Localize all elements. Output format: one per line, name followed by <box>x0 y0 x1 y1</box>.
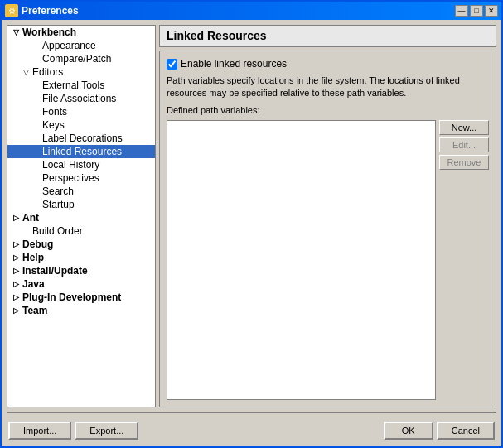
sidebar-item-appearance[interactable]: Appearance <box>7 39 155 52</box>
path-buttons: New... Edit... Remove <box>439 120 489 400</box>
sidebar-item-debug[interactable]: ▷Debug <box>7 238 155 251</box>
sidebar-label-help: Help <box>22 252 44 263</box>
sidebar-item-label-decorations[interactable]: Label Decorations <box>7 132 155 145</box>
sidebar-item-fonts[interactable]: Fonts <box>7 105 155 118</box>
path-variables-list <box>167 120 436 400</box>
spacer-local-history <box>31 160 41 170</box>
ok-button[interactable]: OK <box>384 422 433 440</box>
bottom-left-buttons: Import... Export... <box>8 422 138 440</box>
sidebar-item-keys[interactable]: Keys <box>7 118 155 132</box>
sidebar-item-external-tools[interactable]: External Tools <box>7 79 155 92</box>
sidebar-label-plugin-development: Plug-In Development <box>22 291 121 303</box>
spacer-appearance <box>31 41 41 51</box>
sidebar-item-startup[interactable]: Startup <box>7 198 155 211</box>
minimize-button[interactable]: — <box>455 5 468 17</box>
spacer-label-decorations <box>31 133 41 143</box>
sidebar-item-compare-patch[interactable]: Compare/Patch <box>7 52 155 65</box>
sidebar-label-fonts: Fonts <box>42 106 67 118</box>
preferences-window: ⚙ Preferences — □ ✕ ▽WorkbenchAppearance… <box>0 0 503 448</box>
sidebar-item-linked-resources[interactable]: Linked Resources <box>7 145 155 158</box>
export-button[interactable]: Export... <box>75 422 138 440</box>
sidebar-label-appearance: Appearance <box>42 40 96 51</box>
sidebar-label-external-tools: External Tools <box>42 79 104 91</box>
sidebar-label-file-associations: File Associations <box>42 93 116 104</box>
sidebar-item-install-update[interactable]: ▷Install/Update <box>7 264 155 277</box>
expand-icon-ant: ▷ <box>11 213 21 223</box>
right-panel: Linked Resources Enable linked resources… <box>159 25 496 407</box>
expand-icon-help: ▷ <box>11 253 21 263</box>
sidebar-item-workbench[interactable]: ▽Workbench <box>7 26 155 39</box>
path-content-area: New... Edit... Remove <box>167 120 489 400</box>
spacer-perspectives <box>31 173 41 183</box>
main-content: ▽WorkbenchAppearanceCompare/Patch▽Editor… <box>2 20 501 446</box>
sidebar-item-help[interactable]: ▷Help <box>7 251 155 264</box>
spacer-linked-resources <box>31 147 41 157</box>
expand-icon-plugin-development: ▷ <box>11 292 21 302</box>
edit-button[interactable]: Edit... <box>439 137 489 152</box>
sidebar-label-team: Team <box>22 305 47 316</box>
spacer-fonts <box>31 107 41 117</box>
sidebar-label-local-history: Local History <box>42 159 99 171</box>
expand-icon-workbench: ▽ <box>11 27 21 37</box>
expand-icon-debug: ▷ <box>11 239 21 249</box>
sidebar-label-workbench: Workbench <box>22 26 76 38</box>
sidebar-item-file-associations[interactable]: File Associations <box>7 92 155 105</box>
panel-title: Linked Resources <box>159 25 496 47</box>
new-button[interactable]: New... <box>439 120 489 135</box>
path-variables-label: Defined path variables: <box>167 105 489 115</box>
bottom-right-buttons: OK Cancel <box>384 422 495 440</box>
expand-icon-team: ▷ <box>11 306 21 316</box>
window-title: Preferences <box>22 5 455 17</box>
spacer-build-order <box>21 226 31 236</box>
separator <box>7 412 496 413</box>
expand-icon-editors: ▽ <box>21 67 31 77</box>
sidebar-label-editors: Editors <box>32 66 63 78</box>
sidebar-item-editors[interactable]: ▽Editors <box>7 65 155 79</box>
sidebar-label-compare-patch: Compare/Patch <box>42 53 111 65</box>
sidebar-label-java: Java <box>22 278 45 290</box>
sidebar-item-perspectives[interactable]: Perspectives <box>7 171 155 185</box>
sidebar-label-keys: Keys <box>42 119 65 131</box>
expand-icon-install-update: ▷ <box>11 266 21 276</box>
spacer-keys <box>31 120 41 130</box>
expand-icon-java: ▷ <box>11 279 21 289</box>
main-area: ▽WorkbenchAppearanceCompare/Patch▽Editor… <box>7 25 496 407</box>
sidebar-label-install-update: Install/Update <box>22 265 88 277</box>
sidebar-tree: ▽WorkbenchAppearanceCompare/Patch▽Editor… <box>7 25 156 407</box>
close-button[interactable]: ✕ <box>485 5 498 17</box>
bottom-bar: Import... Export... OK Cancel <box>7 418 496 441</box>
spacer-startup <box>31 200 41 210</box>
sidebar-item-search[interactable]: Search <box>7 185 155 198</box>
sidebar-label-linked-resources: Linked Resources <box>42 146 122 157</box>
description-text: Path variables specify locations in the … <box>167 75 489 100</box>
sidebar-item-ant[interactable]: ▷Ant <box>7 211 155 224</box>
panel-content: Enable linked resources Path variables s… <box>159 51 496 407</box>
window-icon: ⚙ <box>5 4 18 17</box>
enable-linked-resources-row: Enable linked resources <box>167 58 489 70</box>
import-button[interactable]: Import... <box>8 422 71 440</box>
sidebar-item-build-order[interactable]: Build Order <box>7 224 155 238</box>
sidebar-label-search: Search <box>42 185 74 197</box>
enable-linked-resources-label: Enable linked resources <box>181 58 287 70</box>
sidebar-label-build-order: Build Order <box>32 225 83 237</box>
maximize-button[interactable]: □ <box>470 5 483 17</box>
sidebar-label-startup: Startup <box>42 199 75 210</box>
spacer-file-associations <box>31 94 41 104</box>
titlebar: ⚙ Preferences — □ ✕ <box>2 2 501 20</box>
spacer-compare-patch <box>31 54 41 64</box>
sidebar-label-perspectives: Perspectives <box>42 172 99 184</box>
sidebar-item-java[interactable]: ▷Java <box>7 277 155 291</box>
sidebar-item-plugin-development[interactable]: ▷Plug-In Development <box>7 291 155 304</box>
titlebar-buttons: — □ ✕ <box>455 5 498 17</box>
enable-linked-resources-checkbox[interactable] <box>167 59 177 70</box>
sidebar-label-ant: Ant <box>22 212 39 224</box>
cancel-button[interactable]: Cancel <box>437 422 495 440</box>
sidebar-label-debug: Debug <box>22 238 53 250</box>
spacer-external-tools <box>31 80 41 90</box>
sidebar-item-local-history[interactable]: Local History <box>7 158 155 171</box>
sidebar-item-team[interactable]: ▷Team <box>7 304 155 317</box>
sidebar-label-label-decorations: Label Decorations <box>42 132 123 144</box>
spacer-search <box>31 186 41 196</box>
remove-button[interactable]: Remove <box>439 155 489 170</box>
